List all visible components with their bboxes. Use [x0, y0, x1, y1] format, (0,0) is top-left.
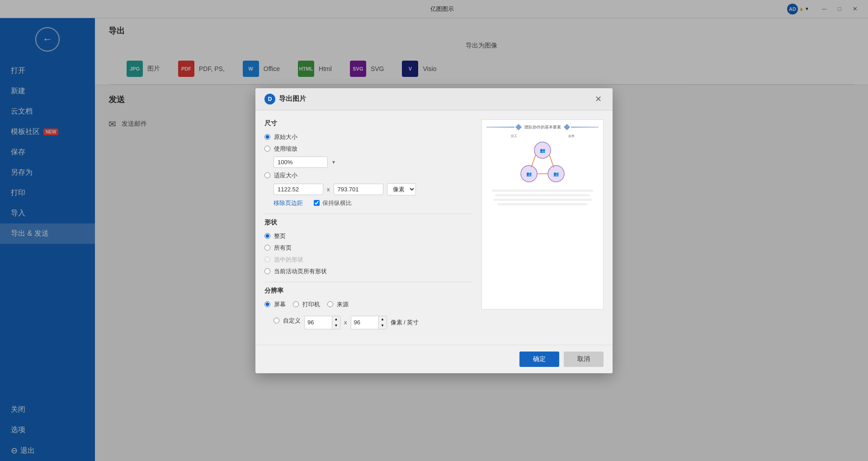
svg-line-4 [549, 155, 554, 167]
current-page-radio[interactable] [264, 268, 270, 274]
original-size-radio[interactable] [264, 134, 270, 140]
custom-cross: x [344, 319, 347, 326]
spinner-up-y[interactable]: ▲ [378, 316, 387, 323]
selected-shapes-radio [264, 257, 270, 262]
original-size-row: 原始大小 [264, 133, 472, 141]
diagram-title-line: 团队协作的基本要素 [486, 124, 599, 130]
custom-y-spinner: ▲ ▼ [351, 316, 387, 329]
diagram-svg: 👥 👥 👥 [509, 141, 576, 186]
cross-symbol: x [327, 186, 330, 193]
resolution-section-title: 分辨率 [264, 287, 472, 295]
custom-x-spinner: ▲ ▼ [304, 316, 340, 329]
all-pages-row: 所有页 [264, 244, 472, 252]
dialog-left-panel: 尺寸 原始大小 使用缩放 ▼ [264, 119, 472, 336]
keep-ratio-row: 保持纵横比 [314, 199, 352, 207]
spinner-down-y[interactable]: ▼ [378, 323, 387, 329]
preview-diagram: 团队协作的基本要素 分工 合作 [486, 124, 599, 206]
original-size-label: 原始大小 [274, 133, 297, 141]
custom-label: 自定义 [283, 317, 301, 325]
shape-section-title: 形状 [264, 219, 472, 227]
dialog-logo: D [264, 94, 275, 105]
keep-ratio-label: 保持纵横比 [322, 199, 352, 207]
current-page-row: 当前活动页所有形状 [264, 267, 472, 276]
dialog-close-button[interactable]: ✕ [593, 94, 604, 105]
scale-input[interactable] [274, 157, 328, 168]
scale-input-row: ▼ [274, 157, 472, 168]
scale-row: 使用缩放 [264, 145, 472, 153]
diagram-title-text: 团队协作的基本要素 [523, 124, 563, 130]
shape-options: 整页 所有页 选中的形状 当前活动页所有形状 [264, 232, 472, 276]
custom-unit-label: 像素 / 英寸 [391, 318, 419, 327]
all-pages-label: 所有页 [274, 244, 292, 252]
selected-shapes-row: 选中的形状 [264, 256, 472, 264]
current-page-label: 当前活动页所有形状 [274, 267, 327, 276]
cancel-button[interactable]: 取消 [564, 352, 604, 367]
svg-text:👥: 👥 [553, 171, 559, 177]
width-input[interactable] [274, 184, 323, 195]
fit-size-radio[interactable] [264, 172, 270, 178]
custom-radio-row: 自定义 [274, 317, 301, 325]
printer-radio-row: 打印机 [293, 300, 320, 309]
size-section-title: 尺寸 [264, 119, 472, 128]
text-line-1 [492, 190, 593, 192]
text-line-3 [493, 199, 592, 201]
height-input[interactable] [334, 184, 383, 195]
screen-radio-row: 屏幕 [264, 300, 286, 309]
dialog-body: 尺寸 原始大小 使用缩放 ▼ [255, 110, 613, 345]
dialog-preview-panel: 团队协作的基本要素 分工 合作 [481, 119, 604, 336]
size-options: 原始大小 使用缩放 ▼ 适应大小 [264, 133, 472, 207]
svg-text:👥: 👥 [540, 147, 546, 153]
svg-text:👥: 👥 [526, 171, 532, 177]
selected-shapes-label: 选中的形状 [274, 256, 303, 264]
custom-res-row: 自定义 ▲ ▼ x ▲ [274, 316, 472, 329]
dialog-title-row: D 导出图片 [264, 94, 306, 105]
whole-page-label: 整页 [274, 232, 286, 240]
custom-x-input[interactable] [305, 317, 332, 328]
fit-size-input-row: x 像素 英寸 [274, 183, 472, 195]
fit-size-row: 适应大小 [264, 171, 472, 180]
custom-radio[interactable] [274, 318, 279, 323]
category-2: 合作 [568, 134, 575, 138]
whole-page-radio[interactable] [264, 233, 270, 239]
screen-radio[interactable] [264, 301, 270, 307]
screen-label: 屏幕 [274, 300, 286, 309]
confirm-button[interactable]: 确定 [519, 352, 559, 367]
dialog-header: D 导出图片 ✕ [255, 88, 613, 110]
spinner-down-x[interactable]: ▼ [332, 323, 340, 329]
printer-radio[interactable] [293, 301, 299, 307]
preview-box: 团队协作的基本要素 分工 合作 [481, 119, 604, 309]
whole-page-row: 整页 [264, 232, 472, 240]
printer-label: 打印机 [302, 300, 320, 309]
all-pages-radio[interactable] [264, 245, 270, 251]
resolution-radio-row: 屏幕 打印机 来源 [264, 300, 472, 312]
export-image-dialog: D 导出图片 ✕ 尺寸 原始大小 使用缩放 [255, 88, 613, 373]
custom-y-input[interactable] [351, 317, 378, 328]
source-radio[interactable] [327, 301, 333, 307]
unit-select[interactable]: 像素 英寸 [387, 183, 416, 195]
remove-margin-button[interactable]: 移除页边距 [274, 199, 303, 207]
scale-radio[interactable] [264, 146, 270, 152]
source-radio-row: 来源 [327, 300, 349, 309]
text-line-2 [495, 194, 590, 196]
text-line-4 [498, 203, 587, 205]
dialog-title: 导出图片 [279, 95, 306, 103]
fit-size-label: 适应大小 [274, 171, 297, 180]
spinner-btns-y: ▲ ▼ [378, 316, 387, 329]
keep-ratio-checkbox[interactable] [314, 200, 320, 206]
spinner-btns-x: ▲ ▼ [332, 316, 340, 329]
category-1: 分工 [511, 134, 517, 138]
svg-line-3 [531, 155, 536, 167]
dialog-overlay: D 导出图片 ✕ 尺寸 原始大小 使用缩放 [0, 0, 868, 461]
source-label: 来源 [337, 300, 349, 309]
spinner-up-x[interactable]: ▲ [332, 316, 340, 323]
resolution-options: 屏幕 打印机 来源 自定义 [264, 300, 472, 329]
dialog-footer: 确定 取消 [255, 345, 613, 373]
scale-label: 使用缩放 [274, 145, 297, 153]
